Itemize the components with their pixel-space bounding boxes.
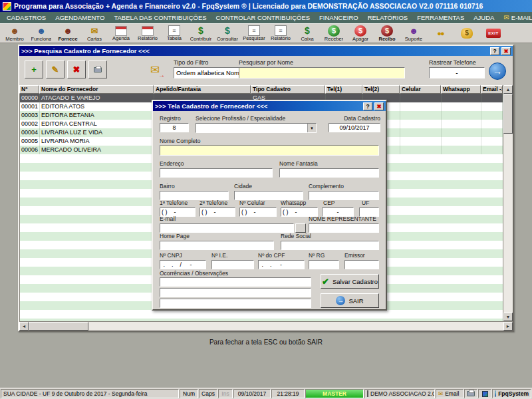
mdi-area: >>> Pesquisa Cadastro de Fornecedor <<< … [0,43,532,388]
scroll-down-icon[interactable]: ▼ [503,313,513,321]
registro-field[interactable] [160,123,189,132]
scroll-left-icon[interactable]: ◄ [19,322,29,331]
telefone2-field[interactable] [200,207,235,217]
ie-field[interactable] [211,260,254,269]
edit-record-button[interactable]: ✎ [46,61,65,78]
cidade-field[interactable] [234,191,303,200]
menu-cadastros[interactable]: CADASTROS [3,13,50,22]
endereco-field[interactable] [160,168,273,178]
sair-button[interactable]: → SAIR [321,293,379,308]
emissor-field[interactable] [344,260,379,269]
members-icon: ☻ [9,25,21,37]
vertical-scrollbar[interactable]: ▲ ▼ [503,85,513,321]
toolbar-coins-button[interactable]: ●● [427,24,454,43]
horizontal-scrollbar[interactable]: ◄ ► [19,321,513,331]
data-cadastro-field[interactable] [329,123,380,132]
toolbar-exit-button[interactable]: EXIT [480,24,507,43]
chevron-down-icon: ▼ [307,124,316,132]
toolbar-consultar-button[interactable]: $Consultar [214,24,241,43]
toolbar-receber-button[interactable]: $Receber [321,24,347,43]
toolbar-agenda-button[interactable]: Agenda [108,24,134,43]
toolbar-tabela-button[interactable]: ≡Tabela [161,24,188,43]
toolbar-apagar-button[interactable]: $Apagar [347,24,374,43]
toolbar-contribuir-button[interactable]: $Contribuir [188,24,214,43]
menu-ferramentas[interactable]: FERRAMENTAS [413,13,468,22]
toolbar-pesquisar-button[interactable]: ≡Pesquisar [241,24,267,43]
toolbar-relatorio-agenda-button[interactable]: Relatório [134,24,161,43]
close-button[interactable]: ✖ [501,47,511,55]
calendar-report-icon [142,26,154,36]
print-button[interactable] [88,61,107,78]
rede-social-field[interactable] [281,241,379,250]
column-header-tel2[interactable]: Tel(2) [362,85,400,94]
toolbar-recibo-button[interactable]: $Recibo [374,24,400,43]
ocorrencias-line1[interactable] [160,277,311,287]
celular-field[interactable] [239,207,277,217]
toolbar-relatorio-button[interactable]: ≡Relatório [267,24,294,43]
email-browse-button[interactable] [295,223,306,233]
scroll-track[interactable] [88,322,503,331]
dialog-close-button[interactable]: ✖ [374,102,384,110]
go-search-button[interactable]: → [489,63,506,80]
nome-completo-field[interactable] [160,145,379,156]
menu-controlar-contribuicoes[interactable]: CONTROLAR CONTRIBUIÇÕES [212,13,314,22]
cnpj-field[interactable] [160,260,206,269]
toolbar-fornecedor-button[interactable]: ☻Fornece [55,24,81,43]
status-save[interactable] [478,389,491,398]
status-email[interactable]: ✉ Email [436,389,464,398]
status-print[interactable] [464,389,477,398]
menu-financeiro[interactable]: FINANCEIRO [315,13,362,22]
toolbar-caixa-button[interactable]: $Caixa [294,24,321,43]
representante-label: NOME REPRESENTANTE [309,215,376,222]
menu-tabela-contribuicoes[interactable]: TABELA DAS CONTRIBUIÇÕES [110,13,210,22]
vertical-scroll-thumb[interactable] [503,94,513,134]
printer-icon [94,67,102,72]
search-window-titlebar: >>> Pesquisa Cadastro de Fornecedor <<< … [19,46,513,56]
cell-whatsapp [442,94,481,102]
add-record-button[interactable]: + [25,61,43,78]
column-header-tipo[interactable]: Tipo Cadastro [251,85,325,94]
salvar-cadastro-button[interactable]: ✔ Salvar Cadastro [321,274,379,289]
column-header-tel1[interactable]: Tel(1) [325,85,362,94]
cpf-field[interactable] [258,260,305,269]
complemento-field[interactable] [309,191,379,200]
grid-header: Nº Nome do Fornecedor Apelido/Fantasia T… [19,85,503,94]
column-header-apelido[interactable]: Apelido/Fantasia [154,85,251,94]
dialog-help-button[interactable]: ? [363,102,372,110]
toolbar-moneybag-button[interactable]: $ [454,24,480,43]
scroll-up-icon[interactable]: ▲ [503,85,513,94]
phone-search-input[interactable] [429,67,485,78]
ocorrencias-line3[interactable] [160,299,311,308]
toolbar-suporte-button[interactable]: ☻Suporte [400,24,427,43]
menu-ajuda[interactable]: AJUDA [469,13,498,22]
profissao-combobox[interactable]: ▼ [196,123,317,133]
column-header-num[interactable]: Nº [19,85,39,94]
representante-field[interactable] [309,223,379,233]
column-header-nome[interactable]: Nome do Fornecedor [39,85,154,94]
column-header-email[interactable]: Email ->->-> [481,85,503,94]
bairro-field[interactable] [160,191,229,200]
search-name-input[interactable] [239,67,405,78]
delete-record-button[interactable]: ✖ [67,61,86,78]
menu-agendamento[interactable]: AGENDAMENTO [51,13,108,22]
cell-nome: EDITORA CENTRAL [40,120,154,128]
menu-relatorios[interactable]: RELATÓRIOS [364,13,412,22]
rg-field[interactable] [309,260,339,269]
menu-email[interactable]: ✉ E-MAIL [499,13,532,22]
column-header-celular[interactable]: Celular [400,85,441,94]
horizontal-scroll-thumb[interactable] [29,322,88,331]
menu-bar: CADASTROS AGENDAMENTO TABELA DAS CONTRIB… [0,12,532,23]
send-mail-icon[interactable]: ✉ → [144,61,166,78]
table-doc-icon: ≡ [168,25,180,36]
toolbar-cartas-button[interactable]: ✉Cartas [81,24,108,43]
toolbar-membro-button[interactable]: ☻Membro [1,24,28,43]
email-field[interactable] [160,223,294,233]
homepage-field[interactable] [160,241,274,250]
nome-fantasia-field[interactable] [279,168,379,178]
ocorrencias-line2[interactable] [160,288,311,297]
scroll-right-icon[interactable]: ► [503,322,513,331]
toolbar-funcionario-button[interactable]: ☻Funciona [28,24,55,43]
help-button[interactable]: ? [490,47,499,55]
column-header-whatsapp[interactable]: Whatsapp [441,85,481,94]
profissao-value [196,124,307,132]
